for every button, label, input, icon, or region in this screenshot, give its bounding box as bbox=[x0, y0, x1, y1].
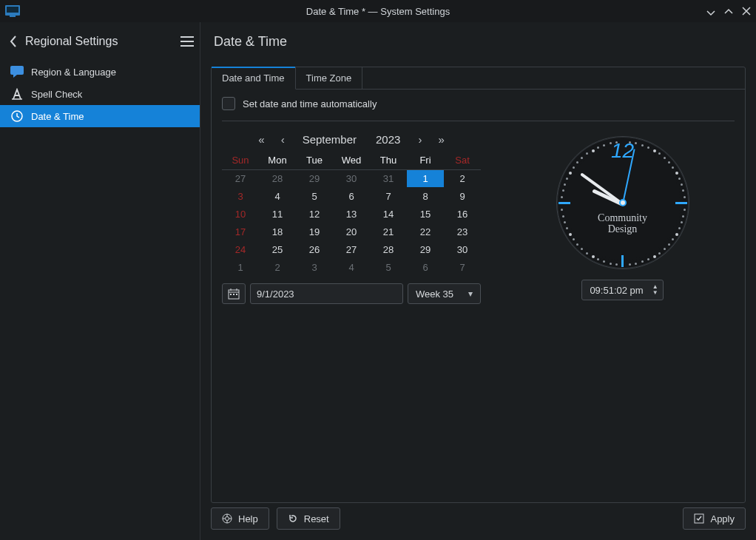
reset-button[interactable]: Reset bbox=[277, 507, 340, 530]
help-button[interactable]: Help bbox=[211, 507, 269, 530]
calendar-day[interactable]: 30 bbox=[333, 169, 370, 187]
calendar-weekday: Mon bbox=[259, 152, 296, 169]
calendar-day[interactable]: 4 bbox=[333, 258, 370, 276]
calendar-day[interactable]: 2 bbox=[259, 258, 296, 276]
reset-icon bbox=[288, 513, 298, 524]
svg-rect-12 bbox=[236, 294, 237, 295]
sidebar-title: Regional Settings bbox=[25, 35, 118, 48]
chevron-left-icon bbox=[9, 35, 18, 48]
window-maximize-button[interactable] bbox=[723, 6, 734, 16]
svg-rect-1 bbox=[7, 7, 18, 13]
calendar-day[interactable]: 21 bbox=[370, 223, 407, 240]
hamburger-menu-button[interactable] bbox=[180, 36, 194, 47]
prev-year-button[interactable]: « bbox=[257, 133, 266, 146]
calendar-day[interactable]: 10 bbox=[222, 205, 259, 223]
calendar-day[interactable]: 15 bbox=[407, 205, 444, 223]
calendar-day[interactable]: 28 bbox=[370, 240, 407, 258]
auto-datetime-label: Set date and time automatically bbox=[243, 98, 377, 109]
calendar-day[interactable]: 6 bbox=[407, 258, 444, 276]
calendar-day[interactable]: 14 bbox=[370, 205, 407, 223]
next-month-button[interactable]: › bbox=[416, 133, 423, 146]
content-pane: Date & Time Date and Time Time Zone Set … bbox=[200, 22, 756, 540]
date-picker-button[interactable] bbox=[222, 283, 246, 304]
svg-rect-11 bbox=[233, 294, 234, 295]
calendar-day[interactable]: 22 bbox=[407, 223, 444, 240]
window-close-button[interactable] bbox=[741, 6, 752, 16]
window-title: Date & Time * — System Settings bbox=[306, 6, 450, 17]
svg-point-14 bbox=[226, 517, 229, 521]
calendar-day[interactable]: 7 bbox=[370, 187, 407, 205]
calendar-day[interactable]: 13 bbox=[333, 205, 370, 223]
tab-date-and-time[interactable]: Date and Time bbox=[212, 67, 296, 90]
chat-bubble-icon bbox=[10, 65, 24, 78]
calendar-day[interactable]: 2 bbox=[444, 169, 481, 187]
calendar-day[interactable]: 17 bbox=[222, 223, 259, 240]
clock-icon bbox=[10, 109, 24, 123]
svg-rect-3 bbox=[10, 66, 24, 75]
app-icon bbox=[4, 3, 21, 19]
calendar-day[interactable]: 25 bbox=[259, 240, 296, 258]
back-button[interactable]: Regional Settings bbox=[9, 35, 118, 48]
window-minimize-button[interactable] bbox=[706, 6, 716, 16]
calendar-day[interactable]: 27 bbox=[222, 169, 259, 187]
calendar-weekday: Sat bbox=[444, 152, 481, 169]
auto-datetime-checkbox[interactable] bbox=[222, 97, 235, 110]
help-icon bbox=[222, 513, 232, 524]
calendar-day[interactable]: 24 bbox=[222, 240, 259, 258]
calendar-day[interactable]: 6 bbox=[333, 187, 370, 205]
sidebar-item-label: Date & Time bbox=[31, 111, 84, 122]
calendar-day[interactable]: 1 bbox=[407, 169, 444, 187]
prev-month-button[interactable]: ‹ bbox=[280, 133, 286, 146]
time-input[interactable]: 09:51:02 pm ▲▼ bbox=[581, 280, 663, 300]
calendar-day[interactable]: 28 bbox=[259, 169, 296, 187]
calendar-day[interactable]: 20 bbox=[333, 223, 370, 240]
calendar-day[interactable]: 9 bbox=[444, 187, 481, 205]
clock-minute-hand bbox=[580, 172, 624, 205]
sidebar-item-region-language[interactable]: Region & Language bbox=[0, 61, 200, 83]
chevron-down-icon: ▾ bbox=[468, 288, 473, 299]
letter-a-icon bbox=[10, 87, 24, 101]
calendar-day[interactable]: 5 bbox=[370, 258, 407, 276]
calendar-month[interactable]: September bbox=[303, 133, 357, 146]
calendar-day[interactable]: 29 bbox=[296, 169, 333, 187]
calendar-day[interactable]: 3 bbox=[296, 258, 333, 276]
calendar-day[interactable]: 26 bbox=[296, 240, 333, 258]
calendar-icon bbox=[228, 288, 240, 300]
apply-button[interactable]: Apply bbox=[683, 507, 746, 530]
calendar-grid: SunMonTueWedThuFriSat 272829303112345678… bbox=[222, 152, 481, 276]
tab-time-zone[interactable]: Time Zone bbox=[296, 67, 363, 90]
calendar-day[interactable]: 8 bbox=[407, 187, 444, 205]
calendar-day[interactable]: 18 bbox=[259, 223, 296, 240]
calendar-day[interactable]: 27 bbox=[333, 240, 370, 258]
calendar-day[interactable]: 7 bbox=[444, 258, 481, 276]
sidebar-item-date-time[interactable]: Date & Time bbox=[0, 105, 200, 127]
calendar-day[interactable]: 29 bbox=[407, 240, 444, 258]
calendar-day[interactable]: 4 bbox=[259, 187, 296, 205]
calendar-year[interactable]: 2023 bbox=[376, 133, 400, 146]
calendar-day[interactable]: 11 bbox=[259, 205, 296, 223]
date-input[interactable]: 9/1/2023 bbox=[250, 283, 403, 304]
divider bbox=[222, 121, 735, 121]
window-titlebar: Date & Time * — System Settings bbox=[0, 0, 756, 22]
calendar-day[interactable]: 31 bbox=[370, 169, 407, 187]
sidebar-item-spell-check[interactable]: Spell Check bbox=[0, 83, 200, 105]
calendar-day[interactable]: 16 bbox=[444, 205, 481, 223]
time-spinner-icon[interactable]: ▲▼ bbox=[652, 284, 658, 296]
calendar-weekday: Fri bbox=[407, 152, 444, 169]
calendar-weekday: Sun bbox=[222, 152, 259, 169]
calendar-day[interactable]: 12 bbox=[296, 205, 333, 223]
apply-icon bbox=[694, 513, 704, 524]
analog-clock: 12 Community Design bbox=[556, 136, 689, 269]
next-year-button[interactable]: » bbox=[436, 133, 445, 146]
calendar-day[interactable]: 5 bbox=[296, 187, 333, 205]
week-selector[interactable]: Week 35 ▾ bbox=[408, 283, 481, 304]
calendar-day[interactable]: 23 bbox=[444, 223, 481, 240]
svg-rect-10 bbox=[230, 294, 232, 295]
calendar-day[interactable]: 19 bbox=[296, 223, 333, 240]
page-title: Date & Time bbox=[214, 34, 287, 50]
sidebar-item-label: Region & Language bbox=[31, 67, 116, 78]
calendar-day[interactable]: 30 bbox=[444, 240, 481, 258]
calendar-weekday: Thu bbox=[370, 152, 407, 169]
calendar-day[interactable]: 1 bbox=[222, 258, 259, 276]
calendar-day[interactable]: 3 bbox=[222, 187, 259, 205]
